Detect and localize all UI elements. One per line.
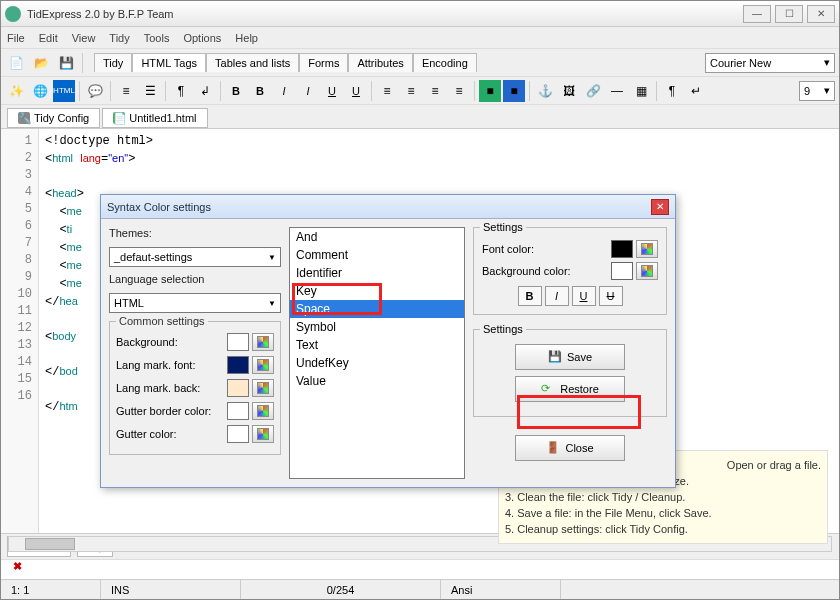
tab-tables[interactable]: Tables and lists <box>206 53 299 72</box>
status-bytes: 0/254 <box>241 580 441 599</box>
error-x-icon: ✖ <box>13 560 22 572</box>
underline-icon[interactable]: U <box>321 80 343 102</box>
status-mode: INS <box>101 580 241 599</box>
bgcolor-picker-icon[interactable] <box>636 262 658 280</box>
list-icon[interactable]: ≡ <box>115 80 137 102</box>
titlebar: TidExpress 2.0 by B.F.P Team — ☐ ✕ <box>1 1 839 27</box>
tab-tidy-config[interactable]: 🔧Tidy Config <box>7 108 100 128</box>
token-listbox[interactable]: And Comment Identifier Key Space Symbol … <box>289 227 465 479</box>
tab-encoding[interactable]: Encoding <box>413 53 477 72</box>
gutterborder-swatch[interactable] <box>227 402 249 420</box>
gutterborder-picker-icon[interactable] <box>252 402 274 420</box>
anchor-icon[interactable]: ⚓ <box>534 80 556 102</box>
tab-forms[interactable]: Forms <box>299 53 348 72</box>
tab-attributes[interactable]: Attributes <box>348 53 412 72</box>
bgcolor-swatch[interactable] <box>611 262 633 280</box>
list-item[interactable]: Text <box>290 336 464 354</box>
menu-edit[interactable]: Edit <box>39 32 58 44</box>
themes-combo[interactable]: _defaut-settings▼ <box>109 247 281 267</box>
italic-toggle[interactable]: I <box>545 286 569 306</box>
langback-swatch[interactable] <box>227 379 249 397</box>
hr-icon[interactable]: — <box>606 80 628 102</box>
align-center-icon[interactable]: ≡ <box>400 80 422 102</box>
list-item[interactable]: Symbol <box>290 318 464 336</box>
status-enc: Ansi <box>441 580 561 599</box>
restore-button[interactable]: ⟳Restore <box>515 376 625 402</box>
html-icon[interactable]: HTML <box>53 80 75 102</box>
save-icon: 💾 <box>548 350 562 364</box>
color2-icon[interactable]: ■ <box>503 80 525 102</box>
themes-label: Themes: <box>109 227 281 239</box>
list-item[interactable]: Identifier <box>290 264 464 282</box>
break-icon[interactable]: ↵ <box>685 80 707 102</box>
bg-swatch[interactable] <box>227 333 249 351</box>
bold-icon[interactable]: B <box>225 80 247 102</box>
font-size-input[interactable]: 9▾ <box>799 81 835 101</box>
menu-tidy[interactable]: Tidy <box>109 32 129 44</box>
maximize-button[interactable]: ☐ <box>775 5 803 23</box>
minimize-button[interactable]: — <box>743 5 771 23</box>
italic-icon[interactable]: I <box>273 80 295 102</box>
dialog-close-icon[interactable]: ✕ <box>651 199 669 215</box>
langfont-swatch[interactable] <box>227 356 249 374</box>
guttercolor-picker-icon[interactable] <box>252 425 274 443</box>
dialog-titlebar: Syntax Color settings ✕ <box>101 195 675 219</box>
language-combo[interactable]: HTML▼ <box>109 293 281 313</box>
color1-icon[interactable]: ■ <box>479 80 501 102</box>
comment-icon[interactable]: 💬 <box>84 80 106 102</box>
arrow-icon[interactable]: ↲ <box>194 80 216 102</box>
pilcrow-icon[interactable]: ¶ <box>170 80 192 102</box>
italic2-icon[interactable]: I <box>297 80 319 102</box>
list-item[interactable]: Comment <box>290 246 464 264</box>
underline2-icon[interactable]: U <box>345 80 367 102</box>
fontcolor-picker-icon[interactable] <box>636 240 658 258</box>
menu-help[interactable]: Help <box>235 32 258 44</box>
bold2-icon[interactable]: B <box>249 80 271 102</box>
close-button[interactable]: ✕ <box>807 5 835 23</box>
close-dialog-button[interactable]: 🚪Close <box>515 435 625 461</box>
map-icon[interactable]: ▦ <box>630 80 652 102</box>
save-button[interactable]: 💾Save <box>515 344 625 370</box>
open-folder-icon[interactable]: 📂 <box>30 52 52 74</box>
list2-icon[interactable]: ☰ <box>139 80 161 102</box>
error-bar: ✖ <box>1 559 839 579</box>
strike-toggle[interactable]: U <box>599 286 623 306</box>
langfont-picker-icon[interactable] <box>252 356 274 374</box>
syntax-color-dialog: Syntax Color settings ✕ Themes: _defaut-… <box>100 194 676 488</box>
guttercolor-swatch[interactable] <box>227 425 249 443</box>
langback-picker-icon[interactable] <box>252 379 274 397</box>
window-title: TidExpress 2.0 by B.F.P Team <box>27 8 743 20</box>
pilcrow2-icon[interactable]: ¶ <box>661 80 683 102</box>
statusbar: 1: 1 INS 0/254 Ansi <box>1 579 839 599</box>
font-select[interactable]: Courier New▾ <box>705 53 835 73</box>
menu-options[interactable]: Options <box>183 32 221 44</box>
link-icon[interactable]: 🔗 <box>582 80 604 102</box>
lang-label: Language selection <box>109 273 281 285</box>
file-tabs: 🔧Tidy Config 📄Untitled1.html <box>1 105 839 129</box>
door-icon: 🚪 <box>546 441 560 455</box>
fontcolor-swatch[interactable] <box>611 240 633 258</box>
world-icon[interactable]: 🌐 <box>29 80 51 102</box>
list-item[interactable]: And <box>290 228 464 246</box>
list-item-selected[interactable]: Space <box>290 300 464 318</box>
ribbon-tabs: Tidy HTML Tags Tables and lists Forms At… <box>94 53 477 72</box>
list-item[interactable]: Value <box>290 372 464 390</box>
menu-tools[interactable]: Tools <box>144 32 170 44</box>
list-item[interactable]: Key <box>290 282 464 300</box>
menu-view[interactable]: View <box>72 32 96 44</box>
underline-toggle[interactable]: U <box>572 286 596 306</box>
list-item[interactable]: UndefKey <box>290 354 464 372</box>
bold-toggle[interactable]: B <box>518 286 542 306</box>
save-icon[interactable]: 💾 <box>55 52 77 74</box>
wand-icon[interactable]: ✨ <box>5 80 27 102</box>
bg-picker-icon[interactable] <box>252 333 274 351</box>
image-icon[interactable]: 🖼 <box>558 80 580 102</box>
tab-html-tags[interactable]: HTML Tags <box>132 53 206 72</box>
align-right-icon[interactable]: ≡ <box>424 80 446 102</box>
align-justify-icon[interactable]: ≡ <box>448 80 470 102</box>
new-file-icon[interactable]: 📄 <box>5 52 27 74</box>
menu-file[interactable]: File <box>7 32 25 44</box>
tab-tidy[interactable]: Tidy <box>94 53 132 72</box>
align-left-icon[interactable]: ≡ <box>376 80 398 102</box>
tab-untitled[interactable]: 📄Untitled1.html <box>102 108 207 128</box>
